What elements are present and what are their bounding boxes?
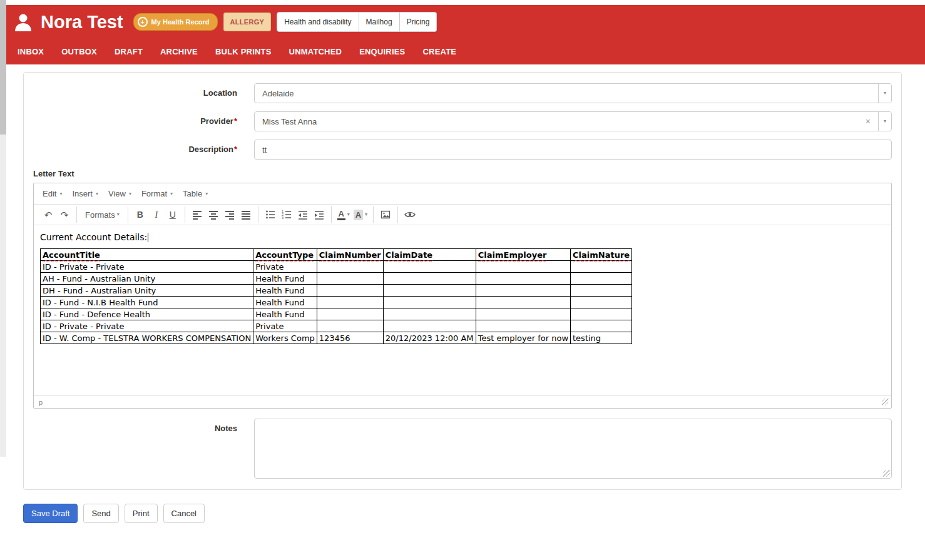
bold-button[interactable]: B: [132, 206, 148, 223]
table-cell: [476, 297, 570, 308]
nav-item-outbox[interactable]: OUTBOX: [61, 47, 97, 56]
formats-dropdown[interactable]: Formats▾: [81, 206, 124, 223]
chevron-down-icon: ▾: [365, 212, 367, 217]
table-cell: [571, 308, 632, 320]
outdent-button[interactable]: [295, 206, 311, 223]
column-header-accounttitle: AccountTitle: [41, 249, 253, 261]
menu-format[interactable]: Format▾: [136, 185, 178, 202]
notes-resize-handle[interactable]: [883, 470, 890, 477]
nav-item-draft[interactable]: DRAFT: [115, 47, 143, 56]
table-row: ID - W. Comp - TELSTRA WORKERS COMPENSAT…: [41, 332, 632, 344]
description-input[interactable]: [254, 140, 892, 160]
table-cell: Health Fund: [253, 285, 317, 297]
allergy-button[interactable]: ALLERGY: [223, 13, 272, 31]
menu-edit[interactable]: Edit▾: [38, 185, 67, 202]
cancel-button[interactable]: Cancel: [163, 504, 205, 523]
table-cell: [571, 320, 632, 332]
print-button[interactable]: Print: [125, 504, 158, 523]
bullet-list-button[interactable]: [262, 206, 279, 223]
nav-item-create[interactable]: CREATE: [422, 47, 456, 56]
nav-item-enquiries[interactable]: ENQUIRIES: [359, 47, 405, 56]
table-cell: 123456: [317, 332, 383, 344]
description-label: Description*: [33, 140, 254, 160]
chevron-down-icon: ▾: [96, 191, 98, 196]
my-health-record-button[interactable]: + My Health Record: [133, 13, 218, 31]
table-cell: Test employer for now: [476, 332, 570, 344]
table-cell: [317, 297, 383, 308]
underline-button[interactable]: U: [165, 206, 181, 223]
health-and-disability-button[interactable]: Health and disability: [277, 12, 359, 32]
clear-provider-icon[interactable]: ×: [862, 111, 874, 131]
toolbar-group-insert: [373, 206, 397, 223]
location-dropdown-toggle[interactable]: ▾: [878, 84, 891, 103]
footer-actions: Save Draft Send Print Cancel: [23, 504, 205, 523]
table-row: DH - Fund - Australian Unity Health Fund: [41, 285, 632, 297]
nav-item-archive[interactable]: ARCHIVE: [160, 47, 198, 56]
pricing-button[interactable]: Pricing: [400, 12, 437, 32]
chevron-down-icon: ▾: [129, 191, 131, 196]
eye-icon: [404, 210, 416, 220]
redo-icon: ↷: [61, 210, 69, 220]
scrollbar-thumb[interactable]: [0, 0, 6, 135]
outdent-icon: [298, 210, 308, 220]
align-justify-button[interactable]: [238, 206, 254, 223]
letter-text-editor: Edit▾ Insert▾ View▾ Format▾ Table▾ ↶: [33, 183, 892, 409]
table-row: ID - Fund - Defence Health Health Fund: [41, 308, 632, 320]
description-row: Description*: [33, 140, 892, 160]
table-cell: [317, 320, 383, 332]
nav-item-bulk-prints[interactable]: BULK PRINTS: [215, 47, 272, 56]
element-path[interactable]: p: [39, 399, 43, 406]
table-cell: 20/12/2023 12:00 AM: [383, 332, 476, 344]
background-color-button[interactable]: A ▾: [352, 206, 369, 223]
preview-button[interactable]: [402, 206, 418, 223]
table-cell: Workers Comp: [253, 332, 317, 344]
text-color-button[interactable]: A ▾: [335, 206, 352, 223]
table-cell: [317, 285, 383, 297]
notes-textarea[interactable]: [254, 419, 892, 479]
column-header-claimnumber: ClaimNumber: [317, 249, 383, 261]
table-cell: ID - Private - Private: [41, 320, 253, 332]
align-justify-icon: [241, 210, 251, 220]
table-cell: [571, 297, 632, 308]
toolbar-group-inline: B I U: [128, 206, 185, 223]
mailhog-button[interactable]: Mailhog: [359, 12, 400, 32]
table-cell: ID - Fund - N.I.B Health Fund: [41, 297, 253, 308]
provider-dropdown-toggle[interactable]: ▾: [878, 112, 891, 131]
menu-insert[interactable]: Insert▾: [67, 185, 103, 202]
numbered-list-icon: 123: [282, 210, 292, 220]
italic-button[interactable]: I: [148, 206, 165, 223]
svg-text:3: 3: [282, 216, 284, 220]
editor-resize-handle[interactable]: [882, 399, 889, 405]
menu-view[interactable]: View▾: [103, 185, 136, 202]
align-right-button[interactable]: [222, 206, 238, 223]
bold-icon: B: [137, 210, 143, 220]
description-field: [254, 140, 892, 160]
undo-button[interactable]: ↶: [40, 206, 56, 223]
letter-form-panel: Location ▾ Provider* × ▾: [23, 72, 902, 490]
provider-input[interactable]: [254, 111, 892, 131]
indent-button[interactable]: [311, 206, 327, 223]
column-header-claimnature: ClaimNature: [571, 249, 632, 261]
table-cell: ID - Private - Private: [41, 261, 253, 273]
nav-item-inbox[interactable]: INBOX: [18, 47, 44, 56]
table-cell: [476, 273, 570, 285]
table-cell: [317, 308, 383, 320]
location-input[interactable]: [254, 83, 892, 103]
my-health-record-label: My Health Record: [151, 18, 210, 26]
nav-item-unmatched[interactable]: UNMATCHED: [289, 47, 342, 56]
table-cell: [383, 320, 476, 332]
save-draft-button[interactable]: Save Draft: [23, 504, 78, 523]
left-scrollbar[interactable]: [0, 0, 6, 457]
table-row: ID - Fund - N.I.B Health Fund Health Fun…: [41, 297, 632, 308]
numbered-list-button[interactable]: 123: [279, 206, 295, 223]
send-button[interactable]: Send: [83, 504, 118, 523]
image-button[interactable]: [377, 206, 394, 223]
provider-field: × ▾: [254, 111, 892, 131]
menu-table[interactable]: Table▾: [178, 185, 213, 202]
table-cell: [383, 261, 476, 273]
align-center-button[interactable]: [205, 206, 222, 223]
align-left-button[interactable]: [189, 206, 205, 223]
redo-button[interactable]: ↷: [56, 206, 73, 223]
editor-content[interactable]: Current Account Details: AccountTitle Ac…: [34, 225, 891, 395]
provider-row: Provider* × ▾: [33, 111, 892, 131]
